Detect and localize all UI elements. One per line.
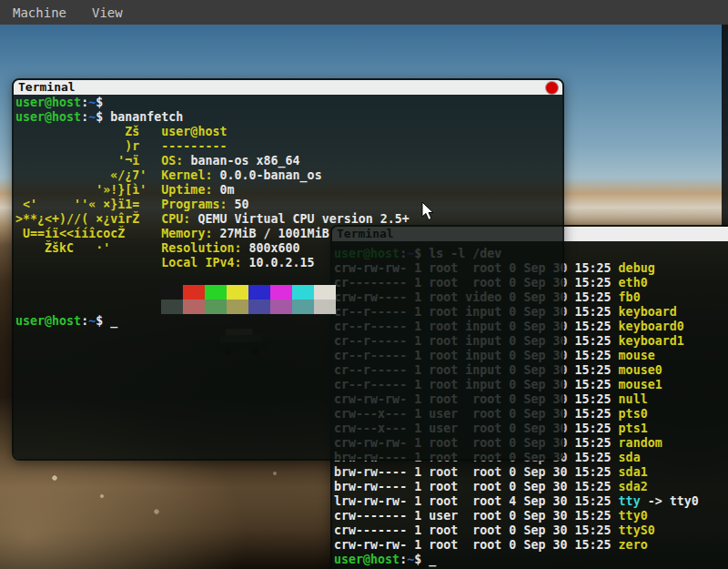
- color-swatch: [183, 285, 205, 300]
- color-swatch: [270, 300, 292, 314]
- dev-listing-row: crw------- 1 root root 0 Sep 30 15:25 tt…: [334, 523, 728, 538]
- terminal1-output[interactable]: user@host:~$ user@host:~$ bananfetch Zš …: [14, 95, 562, 459]
- fetch-line: Zš user@host: [15, 125, 562, 139]
- fetch-line: >**¿<+)//( ×¿vîrŽ CPU: QEMU Virtual CPU …: [15, 212, 562, 227]
- color-swatch: [248, 300, 270, 314]
- terminal1-title-bar[interactable]: Terminal: [14, 80, 562, 95]
- fetch-line: )r ---------: [15, 139, 562, 154]
- vm-screen: Machine View Terminal user@host:~$ ls -l…: [0, 0, 728, 569]
- color-swatch: [314, 285, 336, 300]
- dev-listing-row: brw-rw---- 1 root root 0 Sep 30 15:25 sd…: [334, 465, 728, 480]
- wallpaper-dark-edge: [722, 25, 728, 229]
- prompt-line: user@host:~$: [15, 96, 562, 110]
- dev-listing-row: crw-rw-rw- 1 root root 0 Sep 30 15:25 ze…: [334, 538, 728, 553]
- prompt-line: user@host:~$ _: [334, 553, 728, 567]
- terminal1-title: Terminal: [18, 80, 76, 95]
- color-strip-row: [15, 300, 562, 314]
- dev-listing-row: lrw-rw-rw- 1 root root 4 Sep 30 15:25 tt…: [334, 494, 728, 509]
- fetch-line: Local IPv4: 10.0.2.15: [15, 256, 562, 270]
- fetch-line: «/¿7' Kernel: 0.0.0-banan_os: [15, 168, 562, 183]
- color-strip-row: [15, 285, 562, 300]
- dev-listing-row: brw-rw---- 1 root root 0 Sep 30 15:25 sd…: [334, 480, 728, 494]
- color-swatch: [161, 300, 183, 314]
- fetch-line: <' ''« ×}ï1= Programs: 50: [15, 198, 562, 212]
- color-swatch: [205, 285, 227, 300]
- mouse-cursor: [421, 202, 436, 222]
- close-button[interactable]: [546, 82, 558, 94]
- dev-listing-row: crw------- 1 user root 0 Sep 30 15:25 tt…: [334, 509, 728, 523]
- color-swatch: [227, 300, 248, 314]
- vm-menu-bar: Machine View: [0, 0, 728, 25]
- fetch-line: U==íï<<ííîcocŽ Memory: 27MiB / 1001MiB: [15, 227, 562, 241]
- command-line: user@host:~$ bananfetch: [15, 110, 562, 125]
- color-swatch: [183, 300, 205, 314]
- color-swatch: [292, 285, 314, 300]
- fetch-line: ŽškC ·' Resolution: 800x600: [15, 241, 562, 256]
- color-swatch: [292, 300, 314, 314]
- color-swatch: [248, 285, 270, 300]
- terminal-window-foreground: Terminal user@host:~$ user@host:~$ banan…: [12, 78, 564, 461]
- color-swatch: [270, 285, 292, 300]
- fetch-line: '»!}[ì' Uptime: 0m: [15, 183, 562, 198]
- prompt-line: user@host:~$ _: [15, 314, 562, 329]
- menu-view[interactable]: View: [92, 5, 123, 20]
- color-swatch: [161, 285, 183, 300]
- menu-machine[interactable]: Machine: [13, 5, 66, 20]
- color-swatch: [227, 285, 248, 300]
- color-swatch: [205, 300, 227, 314]
- blank-line: [15, 270, 562, 285]
- color-swatch: [314, 300, 336, 314]
- fetch-line: '¬ï OS: banan-os x86_64: [15, 154, 562, 168]
